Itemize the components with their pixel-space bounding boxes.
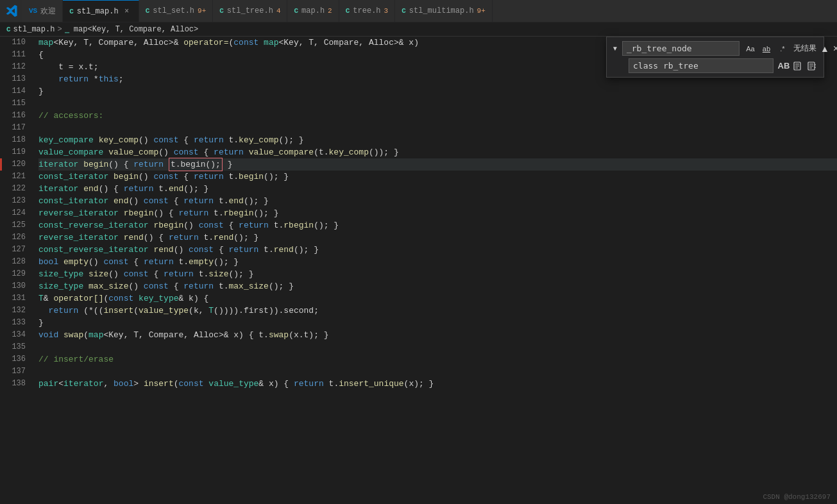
code-line-138: pair<iterator, bool> insert(const value_… xyxy=(38,378,837,390)
c-icon-multimap: C xyxy=(402,7,406,15)
line-number-111: 111 xyxy=(0,49,26,61)
tab-stl-set-badge: 9+ xyxy=(198,7,206,15)
line-number-122: 122 xyxy=(0,183,26,195)
code-line-116: // accessors: xyxy=(38,110,837,122)
replace-input[interactable] xyxy=(629,58,774,73)
line-number-121: 121 xyxy=(0,171,26,183)
code-line-115 xyxy=(38,97,837,110)
breadcrumb-file[interactable]: stl_map.h xyxy=(13,25,55,34)
vscode-tab-icon: VS xyxy=(29,7,37,15)
replace-all-btn[interactable] xyxy=(806,60,818,72)
tab-welcome-label: 欢迎 xyxy=(40,6,56,17)
tab-close-stl-map[interactable]: × xyxy=(122,6,132,17)
gutter xyxy=(0,37,2,504)
tab-tree-h-badge: 3 xyxy=(384,7,389,15)
c-icon-set: C xyxy=(146,7,150,15)
code-line-124: reverse_iterator rbegin() { return t.rbe… xyxy=(38,207,837,219)
line-number-129: 129 xyxy=(0,268,26,280)
line-number-135: 135 xyxy=(0,341,26,353)
line-number-113: 113 xyxy=(0,73,26,85)
code-line-131: T& operator[](const key_type& k) { xyxy=(38,292,837,305)
code-line-133: } xyxy=(38,317,837,329)
tab-stl-tree-badge: 4 xyxy=(276,7,281,15)
code-line-135 xyxy=(38,341,837,353)
code-line-132: return (*((insert(value_type(k, T()))).f… xyxy=(38,305,837,317)
tab-stl-tree[interactable]: C stl_tree.h 4 xyxy=(213,0,287,22)
line-number-117: 117 xyxy=(0,122,26,134)
line-number-123: 123 xyxy=(0,195,26,207)
line-number-110: 110 xyxy=(0,37,26,49)
code-line-119: value_compare value_comp() const { retur… xyxy=(38,146,837,158)
tab-stl-set[interactable]: C stl_set.h 9+ xyxy=(139,0,214,22)
gutter-mark-120 xyxy=(0,158,2,171)
search-expand-btn[interactable]: ▼ xyxy=(612,42,618,55)
line-number-120: 120 xyxy=(0,158,26,171)
search-options: Aa ab .* xyxy=(743,42,790,56)
line-number-133: 133 xyxy=(0,317,26,329)
line-number-137: 137 xyxy=(0,365,26,378)
line-number-126: 126 xyxy=(0,231,26,244)
code-line-125: const_reverse_iterator rbegin() const { … xyxy=(38,219,837,231)
replace-icon: AB xyxy=(778,61,790,71)
replace-file-btn[interactable] xyxy=(791,60,804,72)
line-number-119: 119 xyxy=(0,146,26,158)
line-numbers: 1101111121131141151161171181191201211221… xyxy=(0,37,32,504)
search-row: ▼ Aa ab .* 无结果 ▲ × xyxy=(612,41,818,56)
tab-welcome[interactable]: VS 欢迎 xyxy=(22,0,63,22)
line-number-127: 127 xyxy=(0,244,26,256)
case-sensitive-btn[interactable]: Aa xyxy=(743,42,757,56)
code-lines: map<Key, T, Compare, Alloc>& operator=(c… xyxy=(32,37,837,504)
code-area: 1101111121131141151161171181191201211221… xyxy=(0,37,837,504)
whole-word-btn[interactable]: ab xyxy=(759,42,774,56)
c-icon-map: C xyxy=(69,8,74,15)
tab-stl-multimap[interactable]: C stl_multimap.h 9+ xyxy=(395,0,493,22)
main-area: 1101111121131141151161171181191201211221… xyxy=(0,37,837,504)
regex-btn[interactable]: .* xyxy=(775,42,790,56)
code-content: 1101111121131141151161171181191201211221… xyxy=(0,37,837,504)
breadcrumb-scope-text: map<Key, T, Compare, Alloc> xyxy=(74,25,198,34)
line-number-138: 138 xyxy=(0,378,26,390)
tab-tree-h[interactable]: C tree.h 3 xyxy=(339,0,395,22)
search-result-text: 无结果 xyxy=(793,43,816,54)
replace-btn[interactable]: AB xyxy=(777,60,790,72)
tab-map-h-badge: 2 xyxy=(328,7,332,15)
breadcrumb-sep1: > xyxy=(57,25,62,34)
code-line-126: reverse_iterator rend() { return t.rend(… xyxy=(38,231,837,244)
tab-stl-set-label: stl_set.h xyxy=(153,6,194,15)
line-number-131: 131 xyxy=(0,292,26,305)
line-number-112: 112 xyxy=(0,61,26,73)
vscode-logo xyxy=(0,0,22,22)
line-number-132: 132 xyxy=(0,305,26,317)
code-line-117 xyxy=(38,122,837,134)
breadcrumb: C stl_map.h > ⎯ map<Key, T, Compare, All… xyxy=(0,22,837,37)
tab-map-h[interactable]: C map.h 2 xyxy=(287,0,339,22)
search-replace-row: ▶ AB xyxy=(612,58,818,73)
search-overlay: ▼ Aa ab .* 无结果 ▲ × ▶ AB xyxy=(606,37,824,78)
line-number-125: 125 xyxy=(0,219,26,231)
line-number-118: 118 xyxy=(0,134,26,146)
search-input[interactable] xyxy=(622,41,740,56)
breadcrumb-c-icon: C xyxy=(6,26,11,33)
breadcrumb-scope: ⎯ map<Key, T, Compare, Alloc> xyxy=(65,25,199,34)
search-close-btn[interactable]: × xyxy=(833,42,837,55)
tab-bar: VS 欢迎 C stl_map.h × C stl_set.h 9+ C stl… xyxy=(0,0,837,22)
code-line-136: // insert/erase xyxy=(38,353,837,365)
tab-tree-h-label: tree.h xyxy=(353,6,380,15)
code-line-127: const_reverse_iterator rend() const { re… xyxy=(38,244,837,256)
tab-stl-map[interactable]: C stl_map.h × xyxy=(63,0,139,22)
line-number-136: 136 xyxy=(0,353,26,365)
code-line-128: bool empty() const { return t.empty(); } xyxy=(38,256,837,268)
code-line-137 xyxy=(38,365,837,378)
code-line-134: void swap(map<Key, T, Compare, Alloc>& x… xyxy=(38,329,837,341)
line-number-114: 114 xyxy=(0,85,26,97)
search-nav-up-btn[interactable]: ▲ xyxy=(820,42,829,55)
code-line-118: key_compare key_comp() const { return t.… xyxy=(38,134,837,146)
c-icon-tree-h: C xyxy=(346,7,350,15)
code-line-114: } xyxy=(38,85,837,97)
line-number-128: 128 xyxy=(0,256,26,268)
c-icon-tree: C xyxy=(219,7,224,15)
code-line-122: iterator end() { return t.end(); } xyxy=(38,183,837,195)
line-number-115: 115 xyxy=(0,97,26,110)
code-line-129: size_type size() const { return t.size()… xyxy=(38,268,837,280)
c-icon-map-h: C xyxy=(294,7,298,15)
